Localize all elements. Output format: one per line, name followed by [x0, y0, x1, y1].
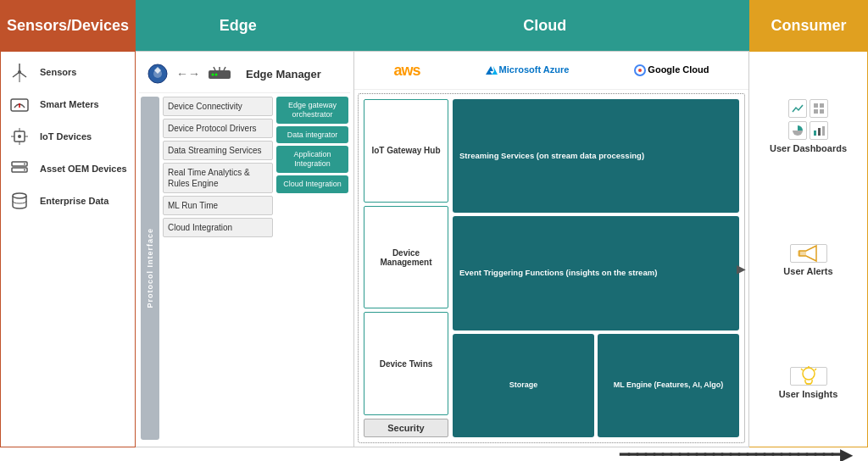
router-icon	[207, 65, 232, 82]
header-consumer-label: Consumer	[771, 17, 846, 35]
sensor-item-iot: IoT Devices	[6, 123, 130, 150]
alerts-label: User Alerts	[783, 266, 832, 276]
streaming-services-block: Streaming Services (on stream data proce…	[453, 99, 739, 213]
svg-rect-36	[822, 126, 825, 136]
cloud-column: aws Microsoft Azure Google Cloud ▶	[354, 51, 749, 447]
edge-manager-label: Edge Manager	[246, 68, 321, 81]
svg-line-41	[801, 369, 803, 370]
sensor-item-enterprise: Enterprise Data	[6, 187, 130, 214]
protocol-interface-bar: Protocol Interface	[141, 97, 159, 440]
event-triggering-block: Event Triggering Functions (insights on …	[453, 216, 739, 330]
svg-line-25	[224, 67, 225, 70]
svg-point-3	[18, 70, 21, 74]
service-device-connectivity: Device Connectivity	[163, 97, 273, 116]
alerts-icons	[790, 244, 827, 263]
orch-data-integrator: Data integrator	[276, 126, 348, 144]
svg-rect-33	[820, 109, 824, 114]
diagram-wrapper: Sensors/Devices Edge Cloud Consumer	[0, 0, 868, 461]
wind-turbine-icon	[6, 58, 33, 86]
svg-point-29	[638, 69, 642, 72]
gcloud-provider: Google Cloud	[634, 64, 709, 76]
bottom-right-arrow: ━━━━━━━━━━━━━━━━━━━━━━━━━━▶	[620, 444, 851, 461]
edge-arrow: ←→	[176, 67, 200, 81]
svg-rect-37	[798, 251, 806, 256]
svg-rect-31	[820, 103, 824, 108]
edge-top: ←→ Edge Manager	[139, 55, 350, 93]
edge-body: Protocol Interface Device Connectivity D…	[139, 93, 350, 443]
header-sensors: Sensors/Devices	[0, 0, 136, 51]
insights-icons	[790, 367, 827, 386]
consumer-alerts: User Alerts	[754, 244, 862, 276]
svg-rect-35	[818, 128, 821, 136]
megaphone-icon	[790, 244, 827, 263]
orch-cloud-integration: Cloud Integration	[276, 175, 348, 193]
orch-edge-gateway: Edge gateway orchestrator	[276, 97, 348, 124]
edge-orchestrator-blocks: Edge gateway orchestrator Data integrato…	[276, 97, 348, 440]
consumer-insights: User Insights	[754, 367, 862, 399]
cloud-dotted-arrow: ▶	[737, 262, 746, 275]
svg-point-21	[212, 74, 214, 76]
sensor-item-sensors: Sensors	[6, 58, 130, 86]
sensors-column: Sensors Smart Meters	[0, 51, 136, 447]
device-management-box: Device Management	[364, 206, 448, 309]
sensor-item-smart-meters: Smart Meters	[6, 91, 130, 118]
svg-point-16	[24, 169, 25, 171]
header-sensors-label: Sensors/Devices	[7, 17, 129, 35]
service-cloud-integration: Cloud Integration	[163, 218, 273, 237]
database-icon	[6, 187, 33, 214]
iot-label: IoT Devices	[40, 131, 92, 142]
svg-marker-26	[486, 66, 493, 75]
edge-services-list: Device Connectivity Device Protocol Driv…	[163, 97, 273, 440]
device-twins-box: Device Twins	[364, 312, 448, 415]
server-icon	[6, 155, 33, 182]
edge-hub-icon	[146, 62, 170, 86]
consumer-dashboards: User Dashboards	[754, 99, 862, 153]
pie-icon	[788, 121, 807, 140]
enterprise-label: Enterprise Data	[40, 196, 108, 206]
dashboards-label: User Dashboards	[770, 143, 847, 153]
iot-icon	[6, 123, 33, 150]
body-row: Sensors Smart Meters	[0, 51, 868, 447]
header-edge: Edge	[136, 0, 340, 51]
header-consumer: Consumer	[749, 0, 868, 51]
service-ml-runtime: ML Run Time	[163, 196, 273, 215]
iot-boxes-column: IoT Gateway Hub Device Management Device…	[364, 99, 448, 437]
header-row: Sensors/Devices Edge Cloud Consumer	[0, 0, 868, 51]
svg-line-23	[214, 67, 215, 70]
sensor-item-asset-oem: Asset OEM Devices	[6, 155, 130, 182]
asset-oem-label: Asset OEM Devices	[40, 164, 127, 174]
svg-line-42	[815, 369, 816, 370]
dashboard-icons	[788, 99, 828, 118]
header-edge-label: Edge	[220, 17, 257, 35]
aws-provider: aws	[394, 62, 420, 80]
sensor-label: Sensors	[40, 67, 76, 77]
storage-block: Storage	[453, 334, 594, 437]
dashboard-icons-2	[788, 121, 828, 140]
insights-label: User Insights	[779, 389, 838, 399]
svg-rect-32	[814, 109, 818, 114]
consumer-column: User Dashboards User Alerts	[749, 51, 868, 447]
bottom-arrow-row: ━━━━━━━━━━━━━━━━━━━━━━━━━━▶	[0, 447, 868, 461]
chart-icon	[788, 99, 807, 118]
header-cloud: Cloud	[340, 0, 749, 51]
protocol-label: Protocol Interface	[146, 228, 154, 308]
meter-icon	[6, 91, 33, 118]
svg-point-38	[803, 368, 815, 380]
service-device-protocol: Device Protocol Drivers	[163, 119, 273, 138]
bar-chart-icon	[810, 121, 828, 140]
cloud-providers-top: aws Microsoft Azure Google Cloud	[354, 52, 748, 90]
ml-engine-block: ML Engine (Features, AI, Algo)	[598, 334, 739, 437]
cloud-body: ▶ IoT Gateway Hub Device Management Devi…	[358, 93, 745, 443]
svg-point-22	[215, 74, 218, 76]
svg-point-17	[13, 193, 26, 198]
security-bar: Security	[364, 419, 448, 437]
azure-provider: Microsoft Azure	[486, 64, 570, 76]
svg-rect-30	[814, 103, 818, 108]
edge-column: ←→ Edge Manager Protocol Interface	[136, 51, 354, 447]
storage-ml-row: Storage ML Engine (Features, AI, Algo)	[453, 334, 739, 437]
service-realtime-analytics: Real Time Analytics & Rules Engine	[163, 163, 273, 193]
header-cloud-label: Cloud	[523, 17, 566, 35]
svg-point-15	[24, 164, 25, 165]
cloud-services-column: Streaming Services (on stream data proce…	[453, 99, 739, 437]
lightbulb-icon	[790, 367, 827, 386]
